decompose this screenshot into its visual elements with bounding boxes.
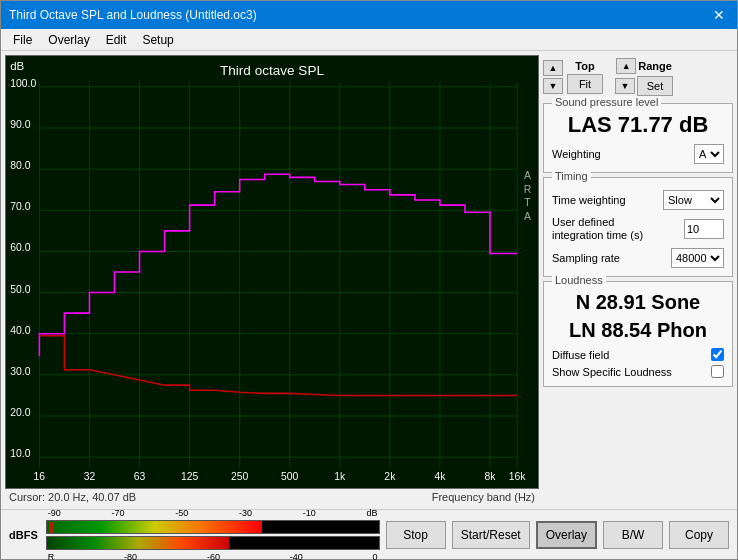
svg-text:32: 32 — [84, 471, 96, 482]
svg-text:16: 16 — [34, 471, 46, 482]
svg-text:50.0: 50.0 — [10, 284, 31, 295]
svg-text:30.0: 30.0 — [10, 366, 31, 377]
svg-text:4k: 4k — [434, 471, 446, 482]
tick-m90: -90 — [48, 508, 61, 518]
sampling-row: Sampling rate 480004410022050 — [552, 248, 724, 268]
svg-text:70.0: 70.0 — [10, 201, 31, 212]
loudness-value: N 28.91 Sone LN 88.54 Phon — [552, 288, 724, 344]
spl-value: LAS 71.77 dB — [552, 112, 724, 138]
range-label: Range — [638, 60, 672, 72]
cursor-info: Cursor: 20.0 Hz, 40.07 dB Frequency band… — [5, 489, 539, 505]
freq-label: Frequency band (Hz) — [432, 491, 535, 503]
svg-text:63: 63 — [134, 471, 146, 482]
menu-setup[interactable]: Setup — [134, 31, 181, 49]
set-button[interactable]: Set — [637, 76, 673, 96]
top-up-button[interactable]: ▲ — [543, 60, 563, 76]
close-button[interactable]: ✕ — [709, 5, 729, 25]
time-weighting-label: Time weighting — [552, 194, 626, 206]
tick-0: 0 — [373, 552, 378, 561]
timing-group: Timing Time weighting SlowFastImpulse Us… — [543, 177, 733, 277]
loudness-group-label: Loudness — [552, 274, 606, 286]
integration-row: User defined integration time (s) — [552, 216, 724, 242]
range-down-button[interactable]: ▼ — [615, 78, 635, 94]
svg-rect-0 — [6, 56, 538, 488]
svg-text:90.0: 90.0 — [10, 119, 31, 130]
weighting-select[interactable]: ABCZ — [694, 144, 724, 164]
range-group: ▲ Range ▼ Set — [615, 58, 673, 96]
title-bar: Third Octave SPL and Loudness (Untitled.… — [1, 1, 737, 29]
weighting-label: Weighting — [552, 148, 601, 160]
cursor-text: Cursor: 20.0 Hz, 40.07 dB — [9, 491, 136, 503]
menu-overlay[interactable]: Overlay — [40, 31, 97, 49]
dbfs-label: dBFS — [9, 529, 38, 541]
svg-text:100.0: 100.0 — [10, 78, 36, 89]
svg-text:10.0: 10.0 — [10, 448, 31, 459]
svg-text:A: A — [524, 170, 531, 181]
copy-button[interactable]: Copy — [669, 521, 729, 549]
svg-text:T: T — [524, 197, 531, 208]
main-window: Third Octave SPL and Loudness (Untitled.… — [0, 0, 738, 560]
tick-m10: -10 — [303, 508, 316, 518]
svg-text:500: 500 — [281, 471, 299, 482]
menu-bar: File Overlay Edit Setup — [1, 29, 737, 51]
level-bar-bottom — [46, 536, 380, 550]
chart-container: dB 100.0 90.0 80.0 70.0 60.0 50.0 40.0 3… — [5, 55, 539, 489]
bottom-bar: dBFS -90 -70 -50 -30 -10 dB R -80 -60 - — [1, 509, 737, 559]
menu-edit[interactable]: Edit — [98, 31, 135, 49]
time-weighting-row: Time weighting SlowFastImpulse — [552, 190, 724, 210]
fit-button[interactable]: Fit — [567, 74, 603, 94]
svg-text:16k: 16k — [509, 471, 527, 482]
loudness-line2: LN 88.54 Phon — [552, 316, 724, 344]
range-up-button[interactable]: ▲ — [616, 58, 636, 74]
svg-text:dB: dB — [10, 60, 24, 72]
svg-text:A: A — [524, 211, 531, 222]
loudness-line1: N 28.91 Sone — [552, 288, 724, 316]
svg-text:Third octave SPL: Third octave SPL — [220, 63, 324, 78]
top-down-button[interactable]: ▼ — [543, 78, 563, 94]
tick-m80: -80 — [124, 552, 137, 561]
tick-m60: -60 — [207, 552, 220, 561]
specific-loudness-row: Show Specific Loudness — [552, 365, 724, 378]
content-area: dB 100.0 90.0 80.0 70.0 60.0 50.0 40.0 3… — [1, 51, 737, 509]
level-bar-top — [46, 520, 380, 534]
top-label: Top — [575, 60, 594, 72]
diffuse-label: Diffuse field — [552, 349, 609, 361]
spl-group-label: Sound pressure level — [552, 96, 661, 108]
right-panel: ▲ ▼ Top Fit ▲ Range ▼ Set — [543, 55, 733, 505]
specific-loudness-checkbox[interactable] — [711, 365, 724, 378]
svg-text:R: R — [524, 184, 532, 195]
overlay-button[interactable]: Overlay — [536, 521, 597, 549]
bw-button[interactable]: B/W — [603, 521, 663, 549]
tick-m50: -50 — [175, 508, 188, 518]
svg-text:250: 250 — [231, 471, 249, 482]
tick-db: dB — [367, 508, 378, 518]
time-weighting-select[interactable]: SlowFastImpulse — [663, 190, 724, 210]
weighting-row: Weighting ABCZ — [552, 144, 724, 164]
start-reset-button[interactable]: Start/Reset — [452, 521, 530, 549]
svg-text:8k: 8k — [485, 471, 497, 482]
svg-text:2k: 2k — [384, 471, 396, 482]
sampling-label: Sampling rate — [552, 252, 620, 264]
chart-panel: dB 100.0 90.0 80.0 70.0 60.0 50.0 40.0 3… — [5, 55, 539, 505]
svg-text:40.0: 40.0 — [10, 325, 31, 336]
top-nav-group: ▲ ▼ — [543, 60, 563, 94]
level-bar-container: -90 -70 -50 -30 -10 dB R -80 -60 -40 0 — [46, 508, 380, 561]
menu-file[interactable]: File — [5, 31, 40, 49]
window-title: Third Octave SPL and Loudness (Untitled.… — [9, 8, 257, 22]
spl-group: Sound pressure level LAS 71.77 dB Weight… — [543, 103, 733, 173]
svg-text:80.0: 80.0 — [10, 160, 31, 171]
stop-button[interactable]: Stop — [386, 521, 446, 549]
top-label-group: Top Fit — [567, 60, 603, 94]
diffuse-checkbox[interactable] — [711, 348, 724, 361]
tick-r: R — [48, 552, 55, 561]
top-controls: ▲ ▼ Top Fit ▲ Range ▼ Set — [543, 55, 733, 99]
tick-m40: -40 — [290, 552, 303, 561]
svg-text:60.0: 60.0 — [10, 242, 31, 253]
integration-input[interactable] — [684, 219, 724, 239]
integration-label: User defined integration time (s) — [552, 216, 662, 242]
diffuse-row: Diffuse field — [552, 348, 724, 361]
bottom-buttons: Stop Start/Reset Overlay B/W Copy — [386, 521, 729, 549]
svg-text:125: 125 — [181, 471, 199, 482]
sampling-select[interactable]: 480004410022050 — [671, 248, 724, 268]
svg-text:20.0: 20.0 — [10, 407, 31, 418]
